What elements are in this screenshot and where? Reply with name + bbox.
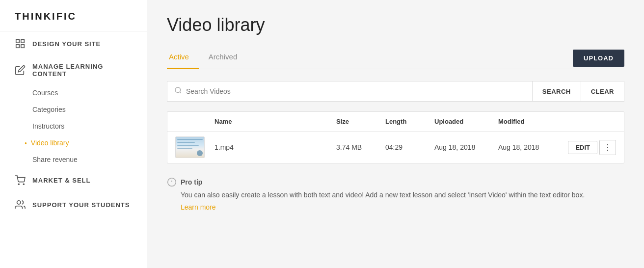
learn-more-link[interactable]: Learn more bbox=[167, 203, 624, 211]
video-uploaded: Aug 18, 2018 bbox=[434, 143, 498, 151]
row-actions: EDIT ⋮ bbox=[567, 140, 616, 155]
video-length: 04:29 bbox=[385, 143, 434, 151]
pro-tip-section: Pro tip You can also easily create a les… bbox=[167, 175, 624, 213]
svg-point-7 bbox=[175, 87, 181, 93]
sidebar-item-manage[interactable]: MANAGE LEARNING CONTENT bbox=[0, 56, 147, 84]
sidebar: THINKIFIC DESIGN YOUR SITE MANAGE LEARNI… bbox=[0, 0, 147, 268]
video-thumbnail bbox=[175, 136, 215, 158]
search-input[interactable] bbox=[186, 87, 525, 95]
sidebar-item-design[interactable]: DESIGN YOUR SITE bbox=[0, 31, 147, 56]
sidebar-item-manage-label: MANAGE LEARNING CONTENT bbox=[32, 63, 132, 78]
tab-archived[interactable]: Archived bbox=[207, 48, 247, 69]
sidebar-item-market[interactable]: MARKET & SELL bbox=[0, 168, 147, 192]
sidebar-item-design-label: DESIGN YOUR SITE bbox=[32, 40, 101, 48]
sidebar-item-instructors[interactable]: Instructors bbox=[0, 118, 147, 134]
col-uploaded: Uploaded bbox=[434, 118, 498, 125]
table-header: Name Size Length Uploaded Modified bbox=[167, 112, 624, 132]
svg-rect-3 bbox=[21, 45, 24, 48]
video-name: 1.mp4 bbox=[215, 143, 336, 151]
sidebar-sub-instructors-label: Instructors bbox=[32, 122, 64, 130]
col-size: Size bbox=[336, 118, 385, 125]
video-table: Name Size Length Uploaded Modified bbox=[167, 111, 624, 163]
sidebar-item-share-revenue[interactable]: Share revenue bbox=[0, 151, 147, 168]
search-row: SEARCH CLEAR bbox=[167, 81, 624, 102]
svg-point-4 bbox=[18, 184, 19, 185]
sidebar-item-categories[interactable]: Categories bbox=[0, 101, 147, 118]
sidebar-sub-categories-label: Categories bbox=[32, 106, 66, 113]
svg-point-6 bbox=[17, 201, 21, 204]
market-icon bbox=[15, 175, 26, 186]
svg-line-8 bbox=[180, 92, 181, 93]
clear-button[interactable]: CLEAR bbox=[581, 81, 624, 102]
video-size: 3.74 MB bbox=[336, 143, 385, 151]
svg-point-5 bbox=[23, 184, 24, 185]
svg-rect-0 bbox=[16, 40, 19, 43]
sidebar-item-courses[interactable]: Courses bbox=[0, 84, 147, 101]
app-logo: THINKIFIC bbox=[0, 0, 147, 31]
sidebar-sub-videolibrary-label: Video library bbox=[31, 139, 69, 147]
support-icon bbox=[15, 199, 26, 210]
tabs-bar: Active Archived UPLOAD bbox=[167, 47, 624, 69]
col-length: Length bbox=[385, 118, 434, 125]
grid-icon bbox=[15, 38, 26, 49]
sidebar-item-support-label: SUPPORT YOUR STUDENTS bbox=[32, 201, 130, 209]
sidebar-item-market-label: MARKET & SELL bbox=[32, 177, 90, 184]
video-modified: Aug 18, 2018 bbox=[498, 143, 567, 151]
tab-active[interactable]: Active bbox=[167, 48, 199, 69]
search-input-wrap bbox=[167, 81, 532, 102]
col-thumb bbox=[175, 118, 215, 125]
page-title: Video library bbox=[167, 15, 624, 35]
edit-button[interactable]: EDIT bbox=[568, 141, 597, 154]
col-actions bbox=[567, 118, 616, 125]
table-row: 1.mp4 3.74 MB 04:29 Aug 18, 2018 Aug 18,… bbox=[167, 132, 624, 163]
search-button[interactable]: SEARCH bbox=[532, 81, 581, 102]
upload-button[interactable]: UPLOAD bbox=[573, 50, 624, 67]
sidebar-sub-sharerevenue-label: Share revenue bbox=[32, 156, 78, 163]
pro-tip-icon bbox=[167, 177, 177, 187]
search-icon bbox=[174, 86, 182, 96]
sidebar-item-support[interactable]: SUPPORT YOUR STUDENTS bbox=[0, 192, 147, 217]
sidebar-item-video-library[interactable]: Video library bbox=[0, 134, 147, 151]
col-name: Name bbox=[215, 118, 336, 125]
svg-rect-2 bbox=[16, 45, 19, 48]
main-content: Video library Active Archived UPLOAD SEA… bbox=[147, 0, 644, 268]
pro-tip-header: Pro tip bbox=[167, 177, 624, 187]
pro-tip-text: You can also easily create a lesson with… bbox=[167, 190, 624, 200]
svg-rect-1 bbox=[21, 40, 24, 43]
edit-icon bbox=[15, 65, 26, 76]
pro-tip-label: Pro tip bbox=[181, 178, 202, 186]
sidebar-sub-courses-label: Courses bbox=[32, 89, 58, 97]
more-options-button[interactable]: ⋮ bbox=[599, 140, 616, 155]
col-modified: Modified bbox=[498, 118, 567, 125]
